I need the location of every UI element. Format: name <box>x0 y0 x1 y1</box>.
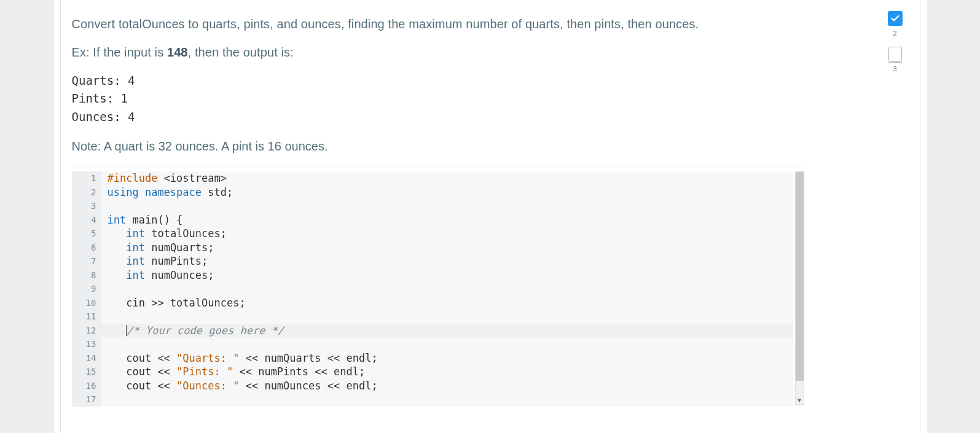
line-number: 9 <box>72 282 101 296</box>
code-line[interactable]: #include <iostream> <box>101 171 793 185</box>
code-line[interactable]: int numQuarts; <box>101 241 793 255</box>
code-line[interactable]: int numOunces; <box>101 268 793 283</box>
line-number: 10 <box>72 296 101 310</box>
line-number: 1 <box>72 171 101 185</box>
problem-prompt-line1: Convert totalOunces to quarts, pints, an… <box>72 15 806 33</box>
line-number: 11 <box>72 310 101 324</box>
code-line[interactable] <box>101 310 793 324</box>
editor-lines[interactable]: #include <iostream>using namespace std;i… <box>101 171 793 407</box>
line-number: 17 <box>72 392 101 407</box>
code-line[interactable]: /* Your code goes here */ <box>101 324 793 338</box>
line-number: 13 <box>72 337 101 351</box>
line-number: 12 <box>72 324 101 338</box>
problem-note: Note: A quart is 32 ounces. A pint is 16… <box>72 139 806 154</box>
prompt-ex-value: 148 <box>167 45 188 59</box>
line-number: 14 <box>72 351 101 365</box>
line-number: 7 <box>72 254 101 268</box>
code-line[interactable]: cout << "Quarts: " << numQuarts << endl; <box>101 351 793 365</box>
problem-prompt-line2: Ex: If the input is 148, then the output… <box>72 44 806 61</box>
bookmark-icon[interactable] <box>888 47 902 61</box>
code-line[interactable]: using namespace std; <box>101 185 793 200</box>
bookmark-count: 3 <box>893 65 896 72</box>
side-controls: 2 3 <box>883 11 907 72</box>
scroll-down-icon[interactable]: ▼ <box>796 396 804 405</box>
code-line[interactable]: int numPints; <box>101 254 793 268</box>
editor-scrollbar[interactable]: ▲ ▼ <box>795 171 804 405</box>
line-number: 5 <box>72 227 101 241</box>
prompt-ex-pre: Ex: If the input is <box>72 45 167 59</box>
code-line[interactable] <box>101 392 793 407</box>
scrollbar-thumb[interactable] <box>796 172 804 381</box>
line-number: 8 <box>72 268 101 283</box>
line-number: 16 <box>72 379 101 393</box>
code-line[interactable] <box>101 337 793 351</box>
line-number: 6 <box>72 241 101 255</box>
code-editor[interactable]: 1234567891011121314151617 #include <iost… <box>72 166 806 408</box>
line-number: 2 <box>72 185 101 200</box>
example-output: Quarts: 4 Pints: 1 Ounces: 4 <box>72 72 806 126</box>
code-line[interactable]: cout << "Ounces: " << numOunces << endl; <box>101 379 793 393</box>
line-number: 15 <box>72 365 101 379</box>
answered-check-icon[interactable] <box>888 11 903 26</box>
line-number: 3 <box>72 199 101 213</box>
answered-count: 2 <box>893 29 896 37</box>
prompt-ex-post: , then the output is: <box>188 45 294 59</box>
code-line[interactable]: cout << "Pints: " << numPints << endl; <box>101 365 793 379</box>
code-line[interactable]: int main() { <box>101 213 793 227</box>
code-line[interactable]: cin >> totalOunces; <box>101 296 793 310</box>
code-line[interactable]: int totalOunces; <box>101 227 793 241</box>
code-line[interactable] <box>101 199 793 213</box>
line-number: 4 <box>72 213 101 227</box>
code-line[interactable] <box>101 282 793 296</box>
editor-gutter: 1234567891011121314151617 <box>72 171 101 407</box>
